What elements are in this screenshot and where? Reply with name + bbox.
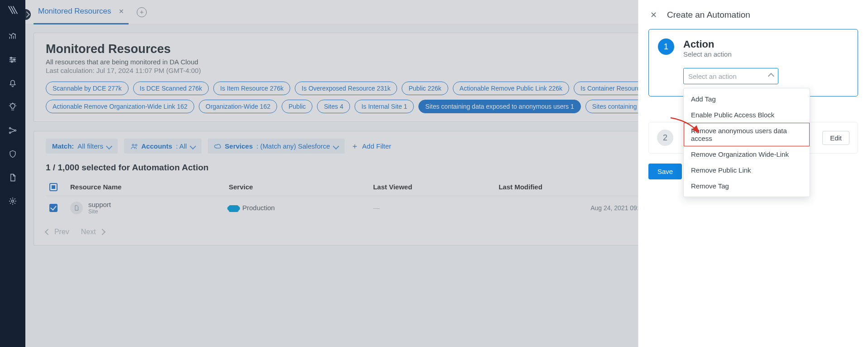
nav-insights-icon[interactable] bbox=[7, 101, 18, 112]
dropdown-option[interactable]: Remove Organization Wide-Link bbox=[684, 146, 810, 162]
brand-logo bbox=[6, 4, 19, 16]
dropdown-option[interactable]: Remove Tag bbox=[684, 178, 810, 194]
step2-number: 2 bbox=[657, 130, 673, 146]
action-dropdown: Add TagEnable Public Access BlockRemove … bbox=[683, 88, 810, 197]
dropdown-option[interactable]: Remove Public Link bbox=[684, 162, 810, 178]
nav-reports-icon[interactable] bbox=[7, 172, 18, 183]
dropdown-option[interactable]: Enable Public Access Block bbox=[684, 107, 810, 123]
nav-analytics-icon[interactable] bbox=[7, 31, 18, 42]
automation-drawer: ✕ Create an Automation 1 Action Select a… bbox=[638, 0, 868, 347]
select-placeholder: Select an action bbox=[688, 72, 737, 80]
step1-title: Action bbox=[683, 39, 732, 50]
step1-card: 1 Action Select an action Select an acti… bbox=[648, 29, 858, 96]
nav-graph-icon[interactable] bbox=[7, 125, 18, 136]
close-drawer-button[interactable]: ✕ bbox=[648, 9, 659, 21]
step1-number: 1 bbox=[658, 39, 674, 55]
nav-settings-icon[interactable] bbox=[7, 196, 18, 207]
dropdown-option[interactable]: Add Tag bbox=[684, 91, 810, 107]
main-region: Monitored Resources ✕ ＋ Monitored Resour… bbox=[25, 0, 868, 347]
nav-tuning-icon[interactable] bbox=[7, 54, 18, 65]
save-button[interactable]: Save bbox=[648, 164, 682, 179]
drawer-title: Create an Automation bbox=[667, 10, 750, 20]
action-select[interactable]: Select an action bbox=[683, 68, 778, 84]
chevron-up-icon bbox=[768, 73, 774, 79]
nav-security-icon[interactable] bbox=[7, 149, 18, 159]
step1-subtitle: Select an action bbox=[683, 50, 732, 58]
svg-point-6 bbox=[12, 200, 14, 202]
dropdown-option[interactable]: Remove anonymous users data access bbox=[684, 123, 810, 146]
app-sidebar bbox=[0, 0, 25, 347]
nav-alerts-icon[interactable] bbox=[7, 78, 18, 89]
edit-button[interactable]: Edit bbox=[822, 131, 849, 145]
